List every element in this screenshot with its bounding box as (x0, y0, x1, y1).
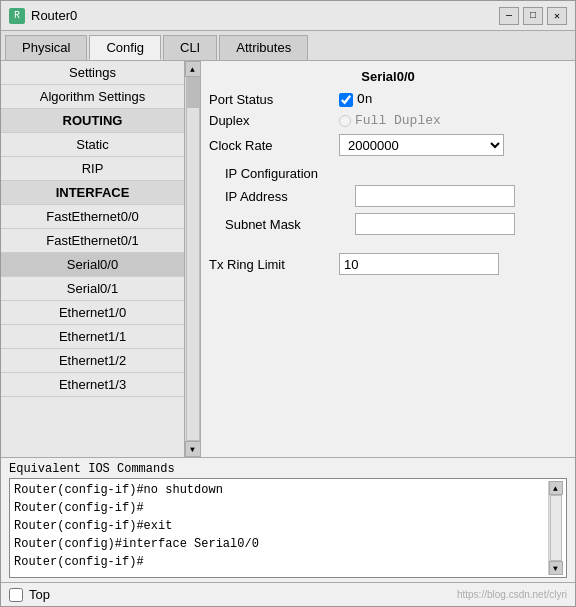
port-status-on-label: On (357, 92, 373, 107)
tab-physical[interactable]: Physical (5, 35, 87, 60)
minimize-button[interactable]: — (499, 7, 519, 25)
sidebar-item-ethernet11[interactable]: Ethernet1/1 (1, 325, 184, 349)
sidebar-item-settings[interactable]: Settings (1, 61, 184, 85)
ios-scroll-up-button[interactable]: ▲ (549, 481, 563, 495)
ios-terminal-scrollbar[interactable]: ▲ ▼ (548, 481, 562, 575)
main-window: R Router0 — □ ✕ Physical Config CLI Attr… (0, 0, 576, 607)
duplex-label: Duplex (209, 113, 339, 128)
clock-rate-select[interactable]: 2000000 1000000 500000 250000 (339, 134, 504, 156)
clock-rate-row: Clock Rate 2000000 1000000 500000 250000 (209, 134, 567, 156)
sidebar-item-routing[interactable]: ROUTING (1, 109, 184, 133)
sidebar-list: Settings Algorithm Settings ROUTING Stat… (1, 61, 184, 457)
sidebar-item-ethernet13[interactable]: Ethernet1/3 (1, 373, 184, 397)
ios-scroll-track[interactable] (550, 495, 562, 561)
sidebar-item-ethernet10[interactable]: Ethernet1/0 (1, 301, 184, 325)
sidebar-item-ethernet12[interactable]: Ethernet1/2 (1, 349, 184, 373)
tx-ring-limit-input[interactable] (339, 253, 499, 275)
subnet-mask-label: Subnet Mask (225, 217, 355, 232)
subnet-mask-input[interactable] (355, 213, 515, 235)
title-bar: R Router0 — □ ✕ (1, 1, 575, 31)
maximize-button[interactable]: □ (523, 7, 543, 25)
subnet-mask-row: Subnet Mask (209, 213, 567, 235)
panel-title: Serial0/0 (209, 69, 567, 84)
app-icon-letter: R (14, 10, 20, 21)
tab-config[interactable]: Config (89, 35, 161, 60)
bottom-section: Equivalent IOS Commands Router(config-if… (1, 457, 575, 582)
ip-address-label: IP Address (225, 189, 355, 204)
scroll-thumb[interactable] (187, 78, 199, 108)
sidebar-item-fastethernet00[interactable]: FastEthernet0/0 (1, 205, 184, 229)
duplex-radio[interactable] (339, 115, 351, 127)
tab-bar: Physical Config CLI Attributes (1, 31, 575, 61)
tab-cli[interactable]: CLI (163, 35, 217, 60)
tx-ring-limit-row: Tx Ring Limit (209, 253, 567, 275)
window-title: Router0 (31, 8, 499, 23)
ios-commands-label: Equivalent IOS Commands (9, 462, 567, 476)
sidebar-item-interface[interactable]: INTERFACE (1, 181, 184, 205)
close-button[interactable]: ✕ (547, 7, 567, 25)
scroll-up-button[interactable]: ▲ (185, 61, 201, 77)
ip-config-label: IP Configuration (209, 166, 567, 181)
ip-address-row: IP Address (209, 185, 567, 207)
sidebar-item-serial01[interactable]: Serial0/1 (1, 277, 184, 301)
scroll-down-button[interactable]: ▼ (185, 441, 201, 457)
duplex-radio-wrap: Full Duplex (339, 113, 441, 128)
main-content: Settings Algorithm Settings ROUTING Stat… (1, 61, 575, 457)
sidebar-item-serial00[interactable]: Serial0/0 (1, 253, 184, 277)
ip-address-input[interactable] (355, 185, 515, 207)
watermark: https://blog.csdn.net/clyri (457, 589, 567, 600)
ios-scroll-down-button[interactable]: ▼ (549, 561, 563, 575)
sidebar-item-algorithm-settings[interactable]: Algorithm Settings (1, 85, 184, 109)
footer-left: Top (9, 587, 50, 602)
footer: Top https://blog.csdn.net/clyri (1, 582, 575, 606)
duplex-radio-label: Full Duplex (355, 113, 441, 128)
sidebar-item-rip[interactable]: RIP (1, 157, 184, 181)
sidebar-item-static[interactable]: Static (1, 133, 184, 157)
clock-rate-label: Clock Rate (209, 138, 339, 153)
duplex-row: Duplex Full Duplex (209, 113, 567, 128)
sidebar-item-fastethernet01[interactable]: FastEthernet0/1 (1, 229, 184, 253)
right-panel: Serial0/0 Port Status On Duplex Full Dup… (201, 61, 575, 457)
tab-attributes[interactable]: Attributes (219, 35, 308, 60)
app-icon: R (9, 8, 25, 24)
tx-ring-limit-label: Tx Ring Limit (209, 257, 339, 272)
window-controls: — □ ✕ (499, 7, 567, 25)
top-label: Top (29, 587, 50, 602)
sidebar-scrollbar[interactable]: ▲ ▼ (184, 61, 200, 457)
port-status-label: Port Status (209, 92, 339, 107)
ios-terminal-content: Router(config-if)#no shutdown Router(con… (14, 481, 548, 575)
left-panel-row: Settings Algorithm Settings ROUTING Stat… (1, 61, 200, 457)
ios-terminal[interactable]: Router(config-if)#no shutdown Router(con… (9, 478, 567, 578)
top-checkbox[interactable] (9, 588, 23, 602)
scroll-track[interactable] (186, 77, 200, 441)
port-status-checkbox-wrap: On (339, 92, 373, 107)
port-status-checkbox[interactable] (339, 93, 353, 107)
port-status-row: Port Status On (209, 92, 567, 107)
left-panel: Settings Algorithm Settings ROUTING Stat… (1, 61, 201, 457)
